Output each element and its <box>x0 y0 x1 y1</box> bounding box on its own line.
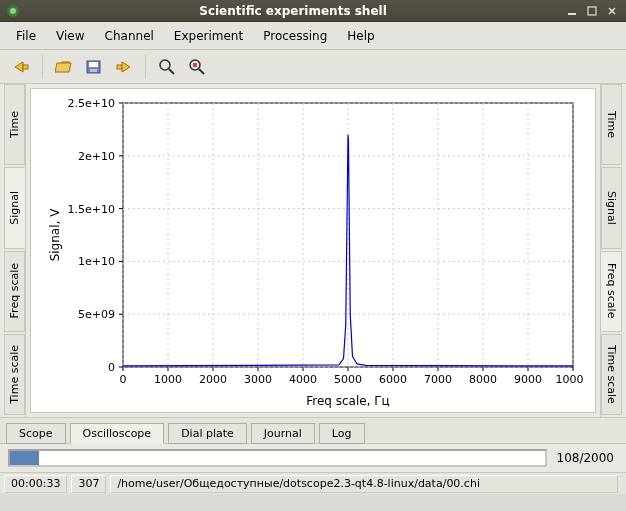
svg-text:1e+10: 1e+10 <box>78 255 115 268</box>
menu-channel[interactable]: Channel <box>95 25 164 47</box>
left-tab-time[interactable]: Time <box>4 84 25 165</box>
statusbar: 00:00:33 307 /home/user/Общедоступные/do… <box>0 472 626 494</box>
menu-view[interactable]: View <box>46 25 94 47</box>
window-title: Scientific experiments shell <box>26 4 560 18</box>
menubar: File View Channel Experiment Processing … <box>0 22 626 50</box>
svg-text:1000: 1000 <box>154 373 182 386</box>
settings-button[interactable] <box>182 53 212 81</box>
svg-point-9 <box>160 60 170 70</box>
menu-file[interactable]: File <box>6 25 46 47</box>
toolbar <box>0 50 626 84</box>
svg-rect-6 <box>89 62 98 67</box>
status-time: 00:00:33 <box>4 475 67 493</box>
right-tab-time-scale[interactable]: Time scale <box>601 334 622 415</box>
progress-row: 108/2000 <box>0 444 626 472</box>
zoom-button[interactable] <box>152 53 182 81</box>
svg-text:6000: 6000 <box>379 373 407 386</box>
svg-text:7000: 7000 <box>424 373 452 386</box>
save-button[interactable] <box>79 53 109 81</box>
minimize-button[interactable] <box>564 3 580 19</box>
right-tab-signal[interactable]: Signal <box>601 167 622 248</box>
svg-text:8000: 8000 <box>469 373 497 386</box>
status-path: /home/user/Общедоступные/dotscope2.3-qt4… <box>110 475 618 493</box>
right-tab-freq-scale[interactable]: Freq scale <box>601 251 622 332</box>
svg-text:1.5e+10: 1.5e+10 <box>68 202 115 215</box>
svg-rect-8 <box>117 65 122 69</box>
svg-text:10000: 10000 <box>556 373 584 386</box>
toolbar-separator <box>145 55 146 79</box>
window-titlebar: Scientific experiments shell <box>0 0 626 22</box>
svg-text:2e+10: 2e+10 <box>78 149 115 162</box>
svg-text:5000: 5000 <box>334 373 362 386</box>
svg-line-12 <box>199 69 204 74</box>
svg-text:2000: 2000 <box>199 373 227 386</box>
left-tab-freq-scale[interactable]: Freq scale <box>4 251 25 332</box>
right-tab-time[interactable]: Time <box>601 84 622 165</box>
progress-bar[interactable] <box>8 449 547 467</box>
svg-rect-2 <box>568 13 576 15</box>
progress-label: 108/2000 <box>553 451 619 465</box>
status-frame: 307 <box>71 475 106 493</box>
left-tab-signal[interactable]: Signal <box>4 167 25 248</box>
bottom-tabs: Scope Oscilloscope Dial plate Journal Lo… <box>0 418 626 444</box>
svg-text:2.5e+10: 2.5e+10 <box>68 97 115 110</box>
tab-dial-plate[interactable]: Dial plate <box>168 423 247 444</box>
svg-rect-7 <box>90 69 97 72</box>
svg-rect-3 <box>588 7 596 15</box>
svg-text:0: 0 <box>120 373 127 386</box>
close-button[interactable] <box>604 3 620 19</box>
signal-chart: 0100020003000400050006000700080009000100… <box>43 91 583 411</box>
forward-button[interactable] <box>109 53 139 81</box>
right-side-tabs: Time Signal Freq scale Time scale <box>600 84 622 417</box>
tab-scope[interactable]: Scope <box>6 423 66 444</box>
progress-fill <box>10 451 39 465</box>
svg-text:9000: 9000 <box>514 373 542 386</box>
toolbar-separator <box>42 55 43 79</box>
svg-text:3000: 3000 <box>244 373 272 386</box>
menu-help[interactable]: Help <box>337 25 384 47</box>
plot-area[interactable]: 0100020003000400050006000700080009000100… <box>30 88 596 413</box>
tab-journal[interactable]: Journal <box>251 423 315 444</box>
open-button[interactable] <box>49 53 79 81</box>
tab-log[interactable]: Log <box>319 423 365 444</box>
maximize-button[interactable] <box>584 3 600 19</box>
left-side-tabs: Time Signal Freq scale Time scale <box>4 84 26 417</box>
app-icon <box>6 4 20 18</box>
svg-text:5e+09: 5e+09 <box>78 308 115 321</box>
workspace: Time Signal Freq scale Time scale 010002… <box>0 84 626 418</box>
menu-processing[interactable]: Processing <box>253 25 337 47</box>
svg-rect-4 <box>23 65 28 69</box>
svg-line-10 <box>169 69 174 74</box>
svg-text:Freq scale, Гц: Freq scale, Гц <box>306 394 390 408</box>
tab-oscilloscope[interactable]: Oscilloscope <box>70 423 165 444</box>
svg-text:0: 0 <box>108 361 115 374</box>
svg-text:4000: 4000 <box>289 373 317 386</box>
left-tab-time-scale[interactable]: Time scale <box>4 334 25 415</box>
svg-text:Signal, V: Signal, V <box>48 207 62 260</box>
menu-experiment[interactable]: Experiment <box>164 25 253 47</box>
back-button[interactable] <box>6 53 36 81</box>
svg-point-1 <box>10 8 16 14</box>
